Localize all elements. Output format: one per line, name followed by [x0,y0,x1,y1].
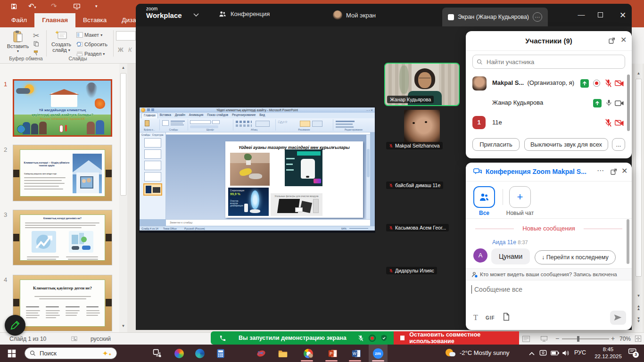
scrollbar-thumb[interactable] [120,73,126,196]
fit-to-window-icon[interactable] [635,335,642,342]
invite-button[interactable]: Пригласить [472,138,520,151]
start-button[interactable] [8,349,16,358]
zoom-percentage[interactable]: 70% [619,336,631,342]
bold-button[interactable]: Ж [118,46,124,53]
maximize-button[interactable] [598,12,603,17]
battery-icon[interactable] [551,350,559,356]
draw-annotate-button[interactable] [5,315,25,336]
new-chat-button[interactable]: + [509,186,531,208]
chat-message-bubble[interactable]: Цунами [491,248,530,264]
zoom-slider-thumb[interactable] [577,336,579,342]
close-icon[interactable]: ✕ [620,35,627,44]
scroll-down-icon[interactable]: ▼ [119,324,127,328]
taskbar-search[interactable]: Поиск ✦✦ [25,347,117,359]
new-slide-button[interactable]: Создать слайд▾ [49,30,74,53]
zoom-taskbar-icon[interactable]: zm [372,347,384,360]
send-button[interactable] [610,311,626,325]
participants-search[interactable] [472,55,625,69]
text-format-button[interactable]: T [473,313,478,322]
ppt-tab-file[interactable]: Файл [4,13,34,27]
participant-row-makpal[interactable]: Makpal S... (Организатор, я) [466,74,632,92]
zoom-logo[interactable]: zoom Workplace [146,7,182,20]
chat-tab-all[interactable] [473,186,495,208]
minimize-button[interactable]: — [574,10,588,18]
chat-privacy-bar[interactable]: Кто может видеть ваши сообщения? Запись … [466,268,632,280]
slide-thumbnail-1[interactable]: Үй жағдайында климаттық қауіптерді қалай… [13,79,112,137]
chat-scrollbar[interactable] [627,219,629,264]
powerpoint-icon[interactable]: P [326,347,339,360]
clock[interactable]: 8:45 22.12.2025 [590,346,626,360]
font-name-box[interactable] [116,31,136,41]
file-explorer-icon[interactable] [276,347,289,360]
calculator-icon[interactable] [214,347,227,360]
chat-input[interactable] [473,285,615,294]
qat-customize-icon[interactable]: ▾ [95,4,98,8]
participants-scrollbar[interactable] [627,74,630,131]
reset-button[interactable]: Сбросить [76,41,107,47]
italic-button[interactable]: К [128,46,132,53]
gif-button[interactable]: GIF [486,315,495,321]
layout-button[interactable]: Макет▾ [76,32,102,38]
tray-chevron-icon[interactable] [529,352,535,355]
speaker-icon[interactable] [562,350,570,356]
participants-more-button[interactable]: ... [612,138,625,151]
tab-screen-share[interactable]: Экран (Жанар Кудьярова) ⋯ [442,8,548,26]
weather-text[interactable]: -2°C Mostly sunny [460,349,510,356]
snipping-tool-icon[interactable]: ✂ [255,347,267,360]
undo-icon[interactable]: ↶▾ [28,2,36,10]
proofing-icon[interactable] [71,335,78,342]
jump-to-latest-button[interactable]: ↓ Перейти к последнему [535,250,616,264]
scrollbar-thumb[interactable] [636,79,642,277]
redo-icon[interactable]: ↷ [51,2,57,10]
participant-row-zhanar[interactable]: Жанар Кудьярова [466,94,632,112]
chat-input-field[interactable] [473,285,615,294]
scroll-up-icon[interactable]: ▲ [635,71,643,75]
ppt-tab-insert[interactable]: Вставка [75,13,114,27]
keyboard-language[interactable]: РУС [574,349,586,356]
tab-more-icon[interactable]: ⋯ [533,12,542,22]
stop-share-button[interactable]: Остановить совместное использование [394,331,519,345]
weather-icon[interactable] [446,348,456,358]
main-scrollbar[interactable]: ▲ ▼ ▲▲ ▼▼ [635,64,643,332]
copy-icon[interactable] [33,41,39,47]
ppt-tab-home[interactable]: Главная [34,13,75,27]
popout-icon[interactable] [610,168,618,175]
zoom-out-button[interactable]: − [555,335,559,342]
slideshow-view-icon[interactable] [540,336,548,342]
popout-icon[interactable] [608,37,616,44]
slide-thumbnail-2[interactable]: Климаттың өзгеруі – біздің үйімізге төнг… [13,145,112,201]
chrome-icon[interactable] [302,347,314,360]
thumbnail-scrollbar[interactable]: ▲ ▼ [119,64,127,332]
notification-center[interactable]: 3 [628,348,637,356]
close-button[interactable]: ✕ [616,10,630,20]
participant-row-11e[interactable]: 1 11е [466,114,632,132]
edge-icon[interactable] [193,347,206,360]
cut-icon[interactable]: ✂ [33,31,39,40]
language-indicator[interactable]: русский [91,336,111,342]
paste-button[interactable]: Вставить ▾ [7,30,29,53]
cast-icon[interactable] [539,350,547,357]
previous-slide-icon[interactable]: ▲▲ [635,305,643,311]
slide-thumbnail-3[interactable]: Климаттық өзгеруі дегеніміз не? [13,210,112,265]
tab-meeting[interactable]: Конференция [219,10,270,17]
slide-thumbnail-4[interactable]: Климаттық қауіптер деген не? [13,275,112,331]
zoom-slider-track[interactable] [562,338,609,339]
participants-search-input[interactable] [486,58,621,66]
start-slideshow-icon[interactable] [73,3,81,10]
video-tile-zhanar[interactable]: Жанар Кудьярова [384,63,460,106]
close-icon[interactable]: ✕ [621,166,627,175]
save-icon[interactable] [10,3,17,10]
chat-more-icon[interactable]: ⋯ [597,166,604,175]
video-tile-makpal[interactable]: Makpal Seitzhanova [384,110,460,148]
notes-view-icon[interactable] [522,336,530,342]
copilot-icon[interactable] [173,347,185,360]
zoom-in-button[interactable]: + [611,335,615,342]
next-slide-icon[interactable]: ▼▼ [635,317,643,323]
scroll-down-icon[interactable]: ▼ [635,294,643,298]
scroll-up-icon[interactable]: ▲ [119,66,127,70]
tab-my-screen[interactable]: Мой экран [333,10,376,20]
mute-all-button[interactable]: Выключить звук для всех [524,138,608,151]
word-icon[interactable]: W [350,347,363,360]
task-view-icon[interactable] [151,347,164,360]
chevron-down-icon[interactable] [193,13,199,17]
